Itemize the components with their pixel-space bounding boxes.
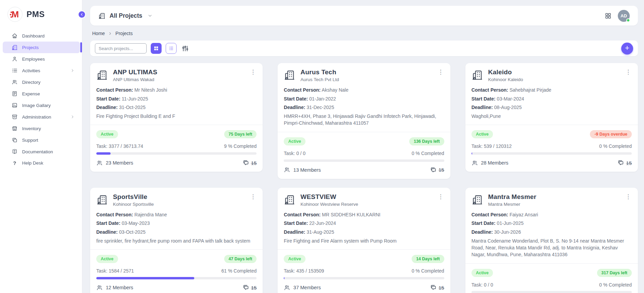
sidebar-item-label: Inventory bbox=[22, 126, 41, 131]
project-title[interactable]: ANP ULTIMAS bbox=[113, 68, 244, 76]
sidebar-item-projects[interactable]: Projects bbox=[3, 42, 80, 53]
members-count: 12 Members bbox=[106, 285, 133, 290]
progress-bar bbox=[284, 277, 444, 279]
chevron-left-icon bbox=[80, 13, 84, 16]
sidebar-nav: Dashboard Projects Employees Activities … bbox=[0, 30, 82, 169]
contact-label: Contact Person: bbox=[284, 212, 320, 217]
progress-bar bbox=[96, 277, 257, 279]
sidebar-item-documentation[interactable]: Documentation bbox=[3, 146, 80, 157]
sidebar-item-label: Help Desk bbox=[22, 160, 43, 166]
project-description: Fire Fighting and Fire Alarm system with… bbox=[284, 237, 444, 244]
sidebar-item-expense[interactable]: Expense bbox=[3, 88, 80, 99]
sidebar-item-label: Administration bbox=[22, 114, 51, 120]
grid-view-button[interactable] bbox=[151, 43, 162, 54]
kebab-menu-icon[interactable]: ⋮ bbox=[437, 69, 444, 75]
sidebar-item-inventory[interactable]: Inventory bbox=[3, 123, 80, 134]
status-badge: Active bbox=[284, 137, 306, 145]
apps-grid-icon[interactable] bbox=[605, 12, 612, 19]
days-left-badge: 14 Days left bbox=[412, 255, 444, 263]
building-icon bbox=[284, 69, 295, 81]
sidebar-item-directory[interactable]: Directory bbox=[3, 76, 80, 88]
sidebar-item-administration[interactable]: Administration bbox=[3, 111, 80, 123]
deadline-label: Deadline: bbox=[284, 229, 305, 235]
start-label: Start Date: bbox=[284, 96, 308, 102]
sidebar-item-image-gallery[interactable]: Image Gallary bbox=[3, 99, 80, 111]
project-scope-dropdown[interactable]: All Projects bbox=[98, 12, 152, 19]
book-icon bbox=[12, 149, 18, 155]
project-title[interactable]: Aurus Tech bbox=[300, 68, 432, 76]
chat-count: 15 bbox=[251, 285, 257, 291]
kebab-menu-icon[interactable]: ⋮ bbox=[249, 194, 257, 200]
sidebar-collapse-button[interactable] bbox=[78, 11, 86, 18]
chat-count: 15 bbox=[439, 285, 444, 291]
project-title[interactable]: SportsVille bbox=[113, 193, 244, 201]
deadline-value: 08-Aug-2025 bbox=[494, 105, 522, 110]
sidebar-item-support[interactable]: Support bbox=[3, 134, 80, 146]
start-label: Start Date: bbox=[96, 96, 120, 102]
list-view-button[interactable] bbox=[166, 43, 177, 54]
completed-percent: 0 % Completed bbox=[599, 282, 632, 288]
avatar-initials: AD bbox=[621, 13, 627, 18]
sidebar-item-dashboard[interactable]: Dashboard bbox=[3, 30, 80, 42]
breadcrumb-home[interactable]: Home bbox=[92, 31, 105, 36]
image-icon bbox=[12, 102, 18, 108]
start-value: 01-Jun-2025 bbox=[497, 220, 524, 226]
members-icon bbox=[96, 160, 103, 166]
kebab-menu-icon[interactable]: ⋮ bbox=[249, 69, 257, 75]
project-title[interactable]: WESTVIEW bbox=[300, 193, 432, 201]
add-project-button[interactable]: + bbox=[621, 43, 633, 55]
avatar[interactable]: AD bbox=[618, 10, 630, 22]
deadline-label: Deadline: bbox=[96, 229, 118, 235]
project-subtitle: Aurus Tech Pvt Ltd bbox=[300, 77, 432, 82]
kebab-menu-icon[interactable]: ⋮ bbox=[437, 194, 444, 200]
list-view-icon bbox=[168, 46, 174, 51]
chat-button[interactable]: 15 bbox=[243, 284, 257, 291]
project-title[interactable]: Mantra Mesmer bbox=[488, 193, 620, 201]
deadline-value: 31-Dec-2025 bbox=[307, 105, 334, 110]
project-card: Mantra Mesmer Mantra Mesmer ⋮ Contact Pe… bbox=[465, 188, 638, 293]
members-icon bbox=[284, 284, 290, 291]
search-input[interactable] bbox=[95, 43, 147, 53]
filter-sliders-icon[interactable] bbox=[181, 45, 189, 52]
app-logo: M PMS bbox=[0, 0, 82, 27]
chevron-right-icon bbox=[70, 68, 75, 73]
chat-count: 15 bbox=[251, 160, 257, 166]
projects-toolbar: + bbox=[90, 41, 638, 56]
contact-value: Akshay Nale bbox=[322, 87, 349, 93]
chat-button[interactable]: 15 bbox=[243, 159, 257, 166]
sidebar-item-employees[interactable]: Employees bbox=[3, 53, 80, 65]
home-icon bbox=[12, 33, 18, 39]
kebab-menu-icon[interactable]: ⋮ bbox=[625, 194, 632, 200]
completed-percent: 0 % Completed bbox=[599, 143, 632, 149]
members-count: 37 Members bbox=[293, 285, 321, 290]
sidebar-item-label: Dashboard bbox=[22, 33, 45, 38]
project-card-grid: ANP ULTIMAS ANP Ultimas Wakad ⋮ Contact … bbox=[90, 63, 638, 293]
kebab-menu-icon[interactable]: ⋮ bbox=[625, 69, 632, 75]
contact-label: Contact Person: bbox=[284, 87, 320, 93]
progress-bar bbox=[472, 152, 632, 155]
sidebar-item-label: Directory bbox=[22, 80, 40, 85]
completed-percent: 61 % Completed bbox=[221, 268, 257, 274]
days-left-badge: 47 Days left bbox=[224, 255, 257, 263]
project-subtitle: Kohinoor Sportsville bbox=[113, 202, 244, 207]
sidebar-item-activities[interactable]: Activities bbox=[3, 65, 80, 76]
receipt-icon bbox=[12, 91, 18, 97]
sidebar-item-help-desk[interactable]: ? Help Desk bbox=[3, 157, 80, 169]
task-count: Task: 435 / 153509 bbox=[284, 268, 324, 274]
start-value: 11-Jun-2025 bbox=[122, 96, 148, 102]
members-icon bbox=[472, 160, 478, 166]
project-title[interactable]: Kaleido bbox=[488, 68, 620, 76]
progress-bar bbox=[472, 291, 632, 293]
contact-value: Rajendra Mane bbox=[134, 212, 167, 217]
deadline-label: Deadline: bbox=[472, 105, 493, 110]
project-description: fire sprinkler, fire hydrant,fire pump r… bbox=[96, 237, 257, 244]
contact-label: Contact Person: bbox=[96, 212, 133, 217]
chat-icon bbox=[243, 159, 249, 166]
chat-button[interactable]: 15 bbox=[430, 284, 444, 291]
chat-button[interactable]: 15 bbox=[617, 159, 632, 166]
start-value: 22-Jun-2024 bbox=[309, 220, 336, 226]
chat-button[interactable]: 15 bbox=[430, 167, 444, 173]
start-label: Start Date: bbox=[96, 220, 120, 226]
building-icon bbox=[96, 194, 108, 205]
members-count: 28 Members bbox=[481, 160, 509, 166]
